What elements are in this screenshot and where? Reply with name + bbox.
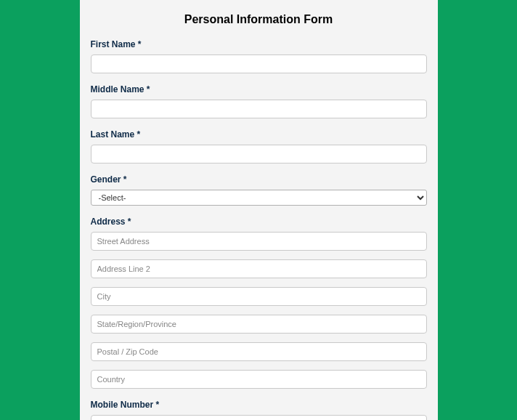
form-container: Personal Information Form First Name * M… <box>80 0 438 420</box>
form-title: Personal Information Form <box>91 13 427 26</box>
first-name-group: First Name * <box>91 39 427 73</box>
country-input[interactable] <box>91 370 427 389</box>
mobile-label: Mobile Number * <box>91 400 427 410</box>
postal-input[interactable] <box>91 342 427 361</box>
last-name-group: Last Name * <box>91 129 427 163</box>
city-input[interactable] <box>91 287 427 306</box>
state-input[interactable] <box>91 315 427 334</box>
first-name-input[interactable] <box>91 54 427 73</box>
address-label: Address * <box>91 217 427 227</box>
mobile-group: Mobile Number * <box>91 400 427 420</box>
gender-group: Gender * -Select- <box>91 174 427 206</box>
middle-name-group: Middle Name * <box>91 84 427 118</box>
middle-name-label: Middle Name * <box>91 84 427 94</box>
street-address-input[interactable] <box>91 232 427 251</box>
gender-select[interactable]: -Select- <box>91 190 427 206</box>
address-line2-input[interactable] <box>91 259 427 278</box>
last-name-input[interactable] <box>91 145 427 163</box>
middle-name-input[interactable] <box>91 100 427 118</box>
first-name-label: First Name * <box>91 39 427 49</box>
last-name-label: Last Name * <box>91 129 427 140</box>
mobile-input[interactable] <box>91 415 427 420</box>
address-group: Address * <box>91 217 427 389</box>
gender-label: Gender * <box>91 174 427 185</box>
